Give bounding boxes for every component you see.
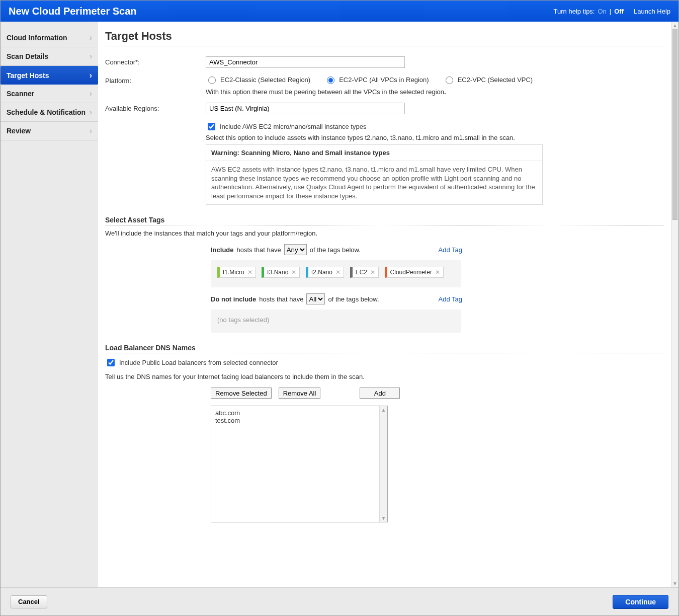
sidebar-item-cloud-information[interactable]: Cloud Information › bbox=[1, 29, 98, 47]
warning-box: Warning: Scanning Micro, Nano and Small … bbox=[206, 144, 543, 205]
cancel-button[interactable]: Cancel bbox=[11, 595, 47, 608]
exclude-tags-box: (no tags selected) bbox=[211, 310, 461, 333]
scroll-down-icon[interactable]: ▼ bbox=[671, 581, 678, 586]
list-item[interactable]: test.com bbox=[215, 417, 387, 424]
remove-selected-button[interactable]: Remove Selected bbox=[211, 388, 272, 399]
window-title: New Cloud Perimeter Scan bbox=[9, 6, 137, 17]
help-tips-label: Turn help tips: bbox=[554, 8, 595, 15]
remove-tag-icon[interactable]: ✕ bbox=[291, 269, 296, 276]
remove-tag-icon[interactable]: ✕ bbox=[247, 269, 252, 276]
chevron-right-icon: › bbox=[90, 33, 92, 42]
page-title: Target Hosts bbox=[105, 30, 664, 43]
sidebar-label: Schedule & Notification bbox=[7, 108, 86, 116]
sidebar-label: Target Hosts bbox=[7, 71, 49, 80]
include-small-note: Select this option to include assets wit… bbox=[206, 134, 543, 141]
lb-header: Load Balancer DNS Names bbox=[105, 344, 664, 352]
sidebar-item-scan-details[interactable]: Scan Details › bbox=[1, 47, 98, 66]
include-small-checkbox[interactable] bbox=[208, 123, 215, 130]
include-mid: hosts that have bbox=[237, 246, 281, 254]
tag-chip[interactable]: t2.Nano✕ bbox=[306, 267, 344, 278]
add-button[interactable]: Add bbox=[360, 388, 400, 399]
regions-input[interactable] bbox=[206, 103, 405, 114]
include-small-checkbox-row[interactable]: Include AWS EC2 micro/nano/small instanc… bbox=[206, 121, 543, 132]
chevron-right-icon: › bbox=[90, 89, 92, 98]
wizard-sidebar: Cloud Information › Scan Details › Targe… bbox=[1, 22, 98, 587]
chevron-right-icon: › bbox=[90, 71, 92, 80]
sidebar-label: Scanner bbox=[7, 90, 34, 98]
listbox-scrollbar[interactable]: ▲ ▼ bbox=[379, 406, 387, 522]
platform-option-ec2-classic[interactable]: EC2-Classic (Selected Region) bbox=[206, 75, 310, 84]
platform-option-vpc-all[interactable]: EC2-VPC (All VPCs in Region) bbox=[324, 75, 429, 84]
include-mode-select[interactable]: Any bbox=[284, 244, 307, 255]
lb-hint: Tell us the DNS names for your Internet … bbox=[105, 373, 664, 380]
help-tips-on[interactable]: On bbox=[598, 8, 606, 15]
tag-chip[interactable]: CloudPerimeter✕ bbox=[385, 267, 444, 278]
exclude-mid: hosts that have bbox=[259, 295, 303, 303]
chevron-right-icon: › bbox=[90, 108, 92, 117]
no-tags-placeholder: (no tags selected) bbox=[217, 316, 269, 324]
include-prefix: Include bbox=[211, 246, 234, 254]
platform-option-vpc-selected[interactable]: EC2-VPC (Selected VPC) bbox=[443, 75, 533, 84]
include-small-label: Include AWS EC2 micro/nano/small instanc… bbox=[220, 123, 366, 130]
include-suffix: of the tags below. bbox=[310, 246, 361, 254]
lb-checkbox-label: Include Public Load balancers from selec… bbox=[119, 359, 278, 366]
chevron-right-icon: › bbox=[90, 126, 92, 135]
include-tags-box: t1.Micro✕ t3.Nano✕ t2.Nano✕ EC2✕ CloudPe… bbox=[211, 260, 461, 287]
warning-body: AWS EC2 assets with instance types t2.na… bbox=[206, 161, 542, 204]
content-scrollbar[interactable]: ▲ ▼ bbox=[671, 22, 678, 587]
remove-all-button[interactable]: Remove All bbox=[279, 388, 321, 399]
sidebar-item-scanner[interactable]: Scanner › bbox=[1, 85, 98, 103]
regions-label: Available Regions: bbox=[105, 103, 206, 112]
exclude-suffix: of the tags below. bbox=[328, 295, 379, 303]
dns-listbox[interactable]: abc.com test.com ▲ ▼ bbox=[211, 406, 388, 522]
wizard-footer: Cancel Continue bbox=[1, 587, 678, 615]
exclude-prefix: Do not include bbox=[211, 295, 256, 303]
tag-chip[interactable]: t1.Micro✕ bbox=[217, 267, 256, 278]
tag-chip[interactable]: EC2✕ bbox=[350, 267, 379, 278]
lb-checkbox-row[interactable]: Include Public Load balancers from selec… bbox=[105, 357, 664, 368]
lb-checkbox[interactable] bbox=[107, 359, 115, 366]
chevron-right-icon: › bbox=[90, 52, 92, 61]
scroll-down-icon[interactable]: ▼ bbox=[380, 515, 387, 521]
sidebar-item-target-hosts[interactable]: Target Hosts › bbox=[1, 66, 98, 85]
scroll-thumb[interactable] bbox=[672, 29, 677, 220]
scroll-up-icon[interactable]: ▲ bbox=[671, 23, 678, 28]
sidebar-label: Review bbox=[7, 127, 31, 135]
help-tips-off[interactable]: Off bbox=[614, 8, 624, 15]
add-tag-include[interactable]: Add Tag bbox=[439, 246, 462, 254]
remove-tag-icon[interactable]: ✕ bbox=[370, 269, 375, 276]
continue-button[interactable]: Continue bbox=[613, 595, 668, 609]
content-pane: Target Hosts Connector*: Platform: EC2-C… bbox=[98, 22, 671, 587]
add-tag-exclude[interactable]: Add Tag bbox=[439, 295, 462, 303]
help-tips-sep: | bbox=[610, 8, 611, 15]
asset-tags-header: Select Asset Tags bbox=[105, 216, 664, 224]
connector-input[interactable] bbox=[206, 56, 405, 68]
window-titlebar: New Cloud Perimeter Scan Turn help tips:… bbox=[1, 1, 678, 22]
sidebar-item-schedule-notification[interactable]: Schedule & Notification › bbox=[1, 103, 98, 122]
remove-tag-icon[interactable]: ✕ bbox=[435, 269, 440, 276]
sidebar-label: Cloud Information bbox=[7, 34, 67, 42]
help-zone: Turn help tips: On | Off Launch Help bbox=[554, 8, 670, 15]
platform-note: With this option there must be peering b… bbox=[206, 88, 664, 96]
launch-help-link[interactable]: Launch Help bbox=[634, 8, 670, 15]
platform-radio-vpc-selected[interactable] bbox=[446, 76, 453, 84]
platform-radio-vpc-all[interactable] bbox=[327, 76, 334, 84]
asset-tags-hint: We'll include the instances that match y… bbox=[105, 229, 664, 237]
platform-label: Platform: bbox=[105, 75, 206, 85]
exclude-mode-select[interactable]: All bbox=[306, 293, 325, 304]
list-item[interactable]: abc.com bbox=[215, 409, 387, 417]
scroll-up-icon[interactable]: ▲ bbox=[380, 407, 387, 413]
sidebar-label: Scan Details bbox=[7, 52, 48, 60]
warning-title: Warning: Scanning Micro, Nano and Small … bbox=[206, 145, 542, 161]
connector-label: Connector*: bbox=[105, 56, 206, 66]
sidebar-item-review[interactable]: Review › bbox=[1, 122, 98, 140]
platform-radio-classic[interactable] bbox=[208, 76, 216, 84]
remove-tag-icon[interactable]: ✕ bbox=[335, 269, 341, 276]
tag-chip[interactable]: t3.Nano✕ bbox=[262, 267, 300, 278]
